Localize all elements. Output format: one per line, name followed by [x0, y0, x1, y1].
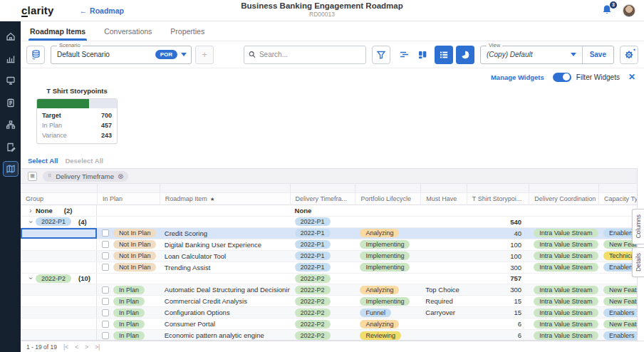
grid-cell[interactable]: 2022-P1	[290, 228, 355, 239]
grid-cell[interactable]	[467, 205, 529, 216]
grid-cell[interactable]: 40	[467, 228, 529, 239]
sidebar-item-home[interactable]	[3, 29, 19, 44]
grid-cell[interactable]: 15	[467, 307, 529, 318]
grid-cell[interactable]	[420, 319, 467, 329]
roadmap-item-name[interactable]: Loan Calculator Tool	[160, 251, 290, 262]
remove-group-icon[interactable]: ⊗	[118, 172, 123, 180]
table-row[interactable]: In PlanConsumer Portal2022-P2Analyzing6I…	[21, 319, 637, 330]
grid-cell[interactable]: In Plan	[97, 307, 160, 318]
roadmap-item-name[interactable]: Economic pattern analytic engine	[160, 330, 290, 341]
column-header-delivery-coordination[interactable]: Delivery Coordination	[529, 193, 598, 205]
grid-cell[interactable]	[420, 274, 467, 284]
grid-cell[interactable]	[598, 205, 637, 216]
grid-cell[interactable]: 2022-P2	[290, 319, 355, 329]
grid-cell[interactable]	[529, 205, 598, 216]
grid-cell[interactable]: 300	[467, 262, 529, 273]
grid-cell[interactable]: 300	[467, 284, 529, 295]
grid-cell[interactable]: Implementing	[355, 239, 420, 250]
search-input[interactable]	[259, 51, 361, 58]
grid-cell[interactable]: Intra Value Stream	[529, 284, 598, 295]
group-by-icon[interactable]: ▦	[28, 172, 37, 181]
grid-cell[interactable]: New Featur	[598, 239, 637, 250]
grid-cell[interactable]: Intra Value Stream	[529, 262, 598, 273]
grid-cell[interactable]	[21, 239, 97, 250]
grid-cell[interactable]: 757	[467, 274, 529, 284]
grid-cell[interactable]: Analyzing	[355, 319, 420, 329]
add-scenario-button[interactable]: +	[195, 46, 214, 64]
grid-cell[interactable]	[355, 205, 420, 216]
grid-cell[interactable]	[529, 274, 598, 284]
manage-widgets-link[interactable]: Manage Widgets	[491, 73, 544, 81]
grid-cell[interactable]: Funnel	[355, 307, 420, 318]
column-header-in-plan[interactable]: In Plan	[97, 193, 160, 205]
grid-cell[interactable]	[97, 205, 160, 216]
tab-conversations[interactable]: Conversations	[104, 21, 152, 41]
roadmap-item-name[interactable]: Digital Banking User Experience	[160, 239, 290, 250]
grid-cell[interactable]: In Plan	[97, 296, 160, 306]
grid-cell[interactable]	[97, 217, 160, 227]
grid-cell[interactable]: New Featur	[598, 319, 637, 329]
table-row[interactable]: In PlanCommercial Credit Analysis2022-P2…	[21, 296, 637, 307]
grid-cell[interactable]: 15	[467, 296, 529, 306]
row-checkbox[interactable]	[102, 332, 109, 339]
grid-cell[interactable]: ›None(2)	[21, 205, 97, 216]
next-page-icon[interactable]: >	[85, 343, 88, 351]
collapse-chevron-icon[interactable]: ›	[27, 217, 35, 227]
grid-cell[interactable]	[21, 307, 97, 318]
grid-cell[interactable]	[21, 228, 97, 239]
grid-cell[interactable]: 2022-P1	[290, 262, 355, 273]
column-header-t-shirt-storypoi-[interactable]: T Shirt Storypoi...	[467, 193, 529, 205]
grid-cell[interactable]	[21, 262, 97, 273]
grid-view-button-active[interactable]	[435, 46, 453, 64]
grid-cell[interactable]	[160, 217, 290, 227]
row-checkbox[interactable]	[102, 241, 109, 248]
column-header-delivery-timefra-[interactable]: Delivery Timefra...	[290, 193, 355, 205]
roadmap-item-name[interactable]: Consumer Portal	[160, 319, 290, 329]
grid-cell[interactable]: 2022-P1	[290, 239, 355, 250]
grid-cell[interactable]	[160, 205, 290, 216]
user-avatar[interactable]	[623, 4, 635, 17]
filter-button[interactable]	[372, 46, 390, 64]
grid-cell[interactable]	[420, 251, 467, 262]
grid-cell[interactable]	[420, 262, 467, 273]
sidebar-item-roadmaps[interactable]	[3, 161, 19, 177]
grid-cell[interactable]: Intra Value Stream	[529, 239, 598, 250]
grid-cell[interactable]	[355, 274, 420, 284]
grid-cell[interactable]: In Plan	[97, 319, 160, 329]
tab-roadmap-items[interactable]: Roadmap Items	[30, 21, 85, 41]
grid-cell[interactable]: 540	[467, 217, 529, 227]
roadmap-item-name[interactable]: Configuration Options	[160, 307, 290, 318]
sidebar-item-documents[interactable]	[3, 95, 19, 110]
grid-cell[interactable]: Not In Plan	[97, 251, 160, 262]
save-view-button[interactable]: Save	[582, 46, 613, 63]
grid-cell[interactable]: Not In Plan	[97, 239, 160, 250]
drag-handle-icon[interactable]: ⠿	[48, 173, 52, 179]
grid-cell[interactable]	[21, 330, 97, 341]
grid-cell[interactable]: Required	[420, 296, 467, 306]
grid-cell[interactable]: ›2022-P1(4)	[21, 217, 97, 227]
scenario-select[interactable]: Scenario Default Scenario POR	[51, 46, 192, 64]
column-header-must-have[interactable]: Must Have	[420, 193, 467, 205]
grid-cell[interactable]: New Featur	[598, 296, 637, 306]
grid-cell[interactable]: 2022-P2	[290, 296, 355, 306]
view-select[interactable]: View (Copy) Default Save	[480, 46, 614, 64]
prev-page-icon[interactable]: <	[75, 343, 78, 351]
grid-cell[interactable]	[598, 274, 637, 284]
roadmap-item-name[interactable]: Trending Assist	[160, 262, 290, 273]
row-checkbox[interactable]	[102, 286, 109, 294]
select-all-link[interactable]: Select All	[28, 157, 58, 165]
flyout-tab-details[interactable]: Details	[632, 247, 644, 277]
widgets-toggle-button-active[interactable]	[456, 46, 474, 64]
grid-cell[interactable]: In Plan	[97, 284, 160, 295]
grid-cell[interactable]: Intra Value Stream	[529, 319, 598, 329]
board-view-button[interactable]	[413, 46, 432, 64]
row-checkbox[interactable]	[102, 298, 109, 305]
row-checkbox[interactable]	[102, 229, 109, 237]
timeline-view-button[interactable]	[395, 46, 413, 64]
grid-cell[interactable]	[21, 284, 97, 295]
flyout-tab-columns[interactable]: Columns	[632, 209, 644, 244]
column-header-portfolio-lifecycle[interactable]: Portfolio Lifecycle	[355, 193, 420, 205]
grid-cell[interactable]	[598, 217, 637, 227]
grid-cell[interactable]: 2022-P2	[290, 307, 355, 318]
sidebar-item-analytics[interactable]	[3, 51, 19, 66]
